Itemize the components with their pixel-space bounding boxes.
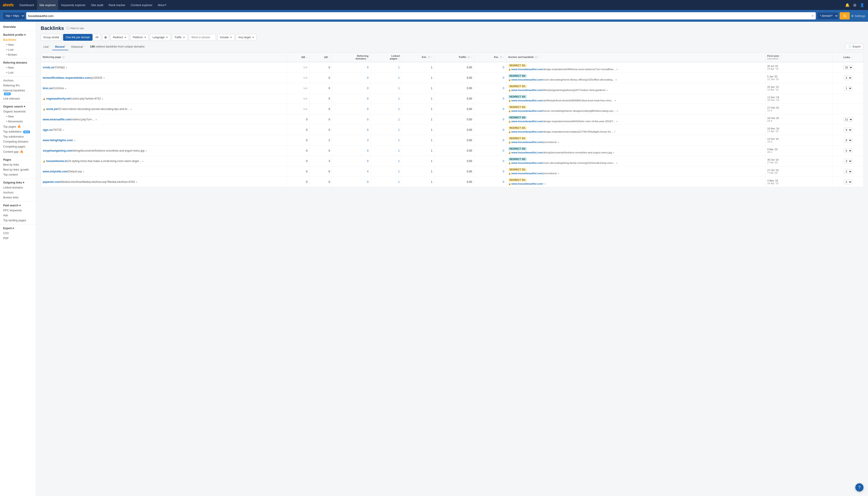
sidebar-organic-keywords[interactable]: Organic keywords xyxy=(0,109,36,114)
redirect-filter[interactable]: Redirect ▼ xyxy=(110,34,129,41)
nav-dashboard[interactable]: Dashboard xyxy=(17,0,36,10)
sidebar-best-by-growth[interactable]: Best by links' growth xyxy=(0,167,36,172)
sidebar-top-subdomains[interactable]: Top subdomains xyxy=(0,134,36,139)
sidebar-top-content[interactable]: Top content xyxy=(0,172,36,177)
sidebar-item-new[interactable]: • New xyxy=(0,42,36,47)
linked-pages-link[interactable]: 1 xyxy=(398,97,400,100)
th-ext[interactable]: Ext. ⓘ ↕ xyxy=(402,53,434,62)
links-select[interactable]: 3 xyxy=(844,159,852,164)
sidebar-backlink-profile[interactable]: Backlink profile ▾ xyxy=(0,32,36,37)
nav-site-audit[interactable]: Site audit xyxy=(89,0,106,10)
referring-page-link[interactable]: www.onlyinhb.com xyxy=(43,170,67,173)
one-link-per-domain-button[interactable]: One link per domain xyxy=(63,34,92,41)
sidebar-ok-new[interactable]: • New xyxy=(0,114,36,119)
sidebar-ref-lost[interactable]: • Lost xyxy=(0,70,36,75)
nav-keywords-explorer[interactable]: Keywords explorer xyxy=(59,0,88,10)
anchor-dropdown-icon[interactable]: ▾ xyxy=(616,68,617,71)
th-kw[interactable]: Kw. ⓘ ↕ xyxy=(474,53,506,62)
anchor-dropdown-icon[interactable]: ▾ xyxy=(613,152,614,154)
nav-user[interactable]: 👤 xyxy=(859,2,865,8)
th-links[interactable]: Links ↕ xyxy=(833,53,864,62)
anchor-link[interactable]: 🔒www.housebeautiful.com/dining/documents… xyxy=(508,151,612,154)
anchor-link[interactable]: 🔒www.housebeautiful.com/room-decorating/… xyxy=(508,161,615,164)
anchor-link[interactable]: 🔒www.housebeautiful.com/lifestyle/garden… xyxy=(508,89,606,91)
links-select[interactable]: 3 xyxy=(844,76,852,80)
sidebar-top-landing-pages[interactable]: Top landing pages xyxy=(0,218,36,223)
linked-pages-link[interactable]: 1 xyxy=(398,149,400,152)
kw-link[interactable]: 0 xyxy=(503,87,504,90)
referring-page-link[interactable]: brec.us xyxy=(43,87,52,90)
anchor-dropdown-icon[interactable]: ▾ xyxy=(614,131,615,133)
search-clear-icon[interactable]: ✕ xyxy=(811,14,814,18)
anchor-link[interactable]: 🔒www.housebeautiful.com/ xyxy=(508,182,543,185)
ref-domains-link[interactable]: 0 xyxy=(367,66,369,69)
ref-dropdown-icon[interactable]: ▾ xyxy=(102,98,103,100)
nav-rank-tracker[interactable]: Rank tracker xyxy=(106,0,128,10)
search-button[interactable] xyxy=(840,12,850,19)
sidebar-best-by-links[interactable]: Best by links xyxy=(0,162,36,167)
ref-domains-link[interactable]: 0 xyxy=(367,180,369,184)
ref-dropdown-icon[interactable]: ▾ xyxy=(65,87,66,90)
anchor-dropdown-icon[interactable]: ▾ xyxy=(616,79,617,81)
ref-dropdown-icon[interactable]: ▾ xyxy=(131,108,132,110)
linked-pages-link[interactable]: 1 xyxy=(398,108,400,111)
kw-link[interactable]: 0 xyxy=(503,97,504,100)
kw-link[interactable]: 0 xyxy=(503,118,504,121)
referring-page-link[interactable]: 🔒 wonk.pw xyxy=(43,108,58,111)
protocol-select[interactable]: http + https http https xyxy=(3,12,25,19)
links-select[interactable]: 1 xyxy=(844,86,852,91)
sidebar-item-lost[interactable]: • Lost xyxy=(0,47,36,52)
anchor-dropdown-icon[interactable]: ▾ xyxy=(545,183,546,185)
anchor-dropdown-icon[interactable]: ▾ xyxy=(607,89,608,91)
linked-pages-link[interactable]: 1 xyxy=(398,170,400,173)
ref-domains-link[interactable]: 3 xyxy=(367,139,369,142)
referring-page-link[interactable]: sjgo.co xyxy=(43,128,52,131)
ref-dropdown-icon[interactable]: ▾ xyxy=(83,171,84,173)
sidebar-item-broken[interactable]: • Broken xyxy=(0,52,36,57)
linked-pages-link[interactable]: 1 xyxy=(398,128,400,131)
traffic-filter[interactable]: Traffic ▼ xyxy=(172,34,188,41)
ref-domains-link[interactable]: 0 xyxy=(367,149,369,152)
sidebar-ads[interactable]: Ads xyxy=(0,213,36,218)
kw-link[interactable]: 0 xyxy=(503,159,504,163)
ref-domains-link[interactable]: 4 xyxy=(367,170,369,173)
tab-live[interactable]: Livei xyxy=(41,43,52,50)
referring-page-link[interactable]: 🔒 veganauthority.net xyxy=(43,97,70,100)
kw-link[interactable]: 0 xyxy=(503,66,504,69)
anchor-link[interactable]: 🔒www.housebeautiful.com/design-inspirati… xyxy=(508,130,613,133)
kw-link[interactable]: 0 xyxy=(503,149,504,152)
sidebar-outgoing-anchors[interactable]: Anchors xyxy=(0,190,36,195)
ref-domains-link[interactable]: 0 xyxy=(367,87,369,90)
anchor-link[interactable]: 🔒www.housebeautiful.com/room-decorating/… xyxy=(508,78,614,81)
links-select[interactable]: 5 xyxy=(844,149,852,153)
th-ur[interactable]: UR ↕ xyxy=(309,53,332,62)
sidebar-referring-ips[interactable]: Referring IPs xyxy=(0,83,36,88)
nav-notifications[interactable]: 🔔 xyxy=(844,2,851,8)
sidebar-internal-backlinks[interactable]: Internal backlinks NEW xyxy=(0,88,36,96)
links-select[interactable]: 11 xyxy=(843,117,853,122)
anchor-link[interactable]: 🔒www.housebeautiful.com/design-inspirati… xyxy=(508,120,615,123)
linked-pages-link[interactable]: 1 xyxy=(398,118,400,121)
settings-button[interactable]: ⚙ Settings xyxy=(851,14,865,18)
sidebar-item-backlinks[interactable]: Backlinks xyxy=(0,37,36,42)
nav-content-explorer[interactable]: Content explorer xyxy=(128,0,155,10)
th-referring-page[interactable]: Referring page ⓘ xyxy=(41,53,287,62)
any-target-filter[interactable]: Any target ▼ xyxy=(236,34,257,41)
anchor-dropdown-icon[interactable]: ▾ xyxy=(616,162,617,164)
links-select[interactable]: 2 xyxy=(844,180,852,184)
sidebar-paid-search[interactable]: Paid search ▾ xyxy=(0,203,36,208)
anchor-dropdown-icon[interactable]: ▾ xyxy=(617,110,618,112)
nav-display[interactable]: ⊞ xyxy=(852,2,857,8)
settings-gear-button[interactable]: ⚙ xyxy=(102,34,109,41)
th-first-seen[interactable]: First seen ↑Last check ↕ xyxy=(765,53,832,62)
group-similar-button[interactable]: Group similar xyxy=(41,34,62,41)
sidebar-link-intersect[interactable]: Link intersect xyxy=(0,96,36,101)
ref-dropdown-icon[interactable]: ▾ xyxy=(96,119,97,121)
referring-page-link[interactable]: www.hbhighlights.com xyxy=(43,139,73,142)
sidebar-referring-domains[interactable]: Referring domains xyxy=(0,60,36,65)
sidebar-competing-domains[interactable]: Competing domains xyxy=(0,139,36,144)
referring-page-link[interactable]: vrnda.us xyxy=(43,66,54,69)
sidebar-organic-search[interactable]: Organic search ▾ xyxy=(0,104,36,109)
links-select[interactable]: 9 xyxy=(844,128,852,132)
th-linked-pages[interactable]: Linkedpages ↕ xyxy=(370,53,402,62)
